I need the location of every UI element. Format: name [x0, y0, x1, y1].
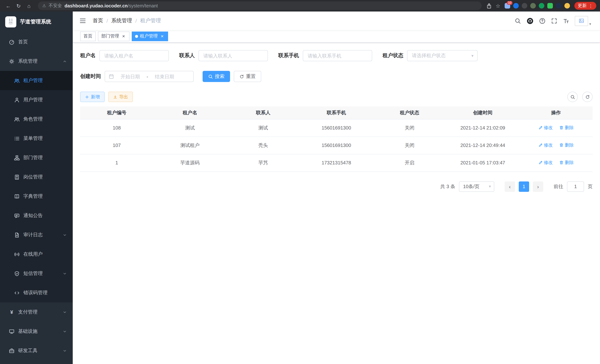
sidebar-item-sms[interactable]: 短信管理: [0, 264, 73, 283]
sidebar-item-label: 短信管理: [23, 270, 43, 277]
browser-update-button[interactable]: 更新 ⋮: [574, 2, 596, 10]
sidebar-item-label: 首页: [18, 38, 28, 45]
status-select-placeholder: 请选择租户状态: [412, 52, 446, 59]
delete-link[interactable]: 删除: [559, 125, 574, 131]
sidebar-item-error-code[interactable]: 错误码管理: [0, 283, 73, 302]
status-select[interactable]: 请选择租户状态 ▾: [407, 50, 478, 61]
extension-icon-6[interactable]: [547, 3, 553, 9]
edit-link[interactable]: 修改: [538, 159, 553, 166]
user-avatar[interactable]: ▾: [575, 16, 591, 26]
hamburger-icon[interactable]: [78, 16, 88, 26]
url-text: dashboard.yudao.iocoder.cn/system/tenant: [65, 3, 158, 8]
tab-label: 租户管理: [140, 33, 158, 39]
table-row: 107 测试租户 秃头 15601691300 关闭 2021-12-14 20…: [80, 137, 593, 154]
sidebar-item-role[interactable]: 角色管理: [0, 110, 73, 129]
search-button[interactable]: 搜索: [203, 71, 230, 82]
sidebar-item-dept[interactable]: 部门管理: [0, 148, 73, 167]
tab-label: 首页: [84, 33, 92, 39]
sidebar-item-notice[interactable]: 通知公告: [0, 206, 73, 225]
dashboard-icon: [9, 39, 14, 45]
sidebar-item-pay[interactable]: ¥ 支付管理: [0, 302, 73, 322]
edit-label: 修改: [544, 159, 553, 166]
page-1-button[interactable]: 1: [519, 181, 529, 192]
export-button[interactable]: 导出: [108, 92, 133, 102]
delete-link[interactable]: 删除: [559, 159, 574, 166]
tab-tenant[interactable]: 租户管理 ×: [132, 31, 168, 41]
prev-page-button[interactable]: ‹: [505, 181, 515, 192]
browser-back-button[interactable]: ←: [4, 1, 13, 10]
table-header-row: 租户编号 租户名 联系人 联系手机 租户状态 创建时间 操作: [80, 106, 593, 119]
reset-button[interactable]: 重置: [234, 71, 261, 82]
sidebar-item-dict[interactable]: 字典管理: [0, 187, 73, 206]
extension-icon-1[interactable]: 10: [505, 3, 510, 9]
status-cell: 关闭: [373, 119, 446, 137]
sidebar-item-online-user[interactable]: 在线用户: [0, 244, 73, 264]
start-date-input[interactable]: [116, 74, 144, 79]
sidebar-item-label: 角色管理: [23, 116, 43, 122]
breadcrumb-system[interactable]: 系统管理: [111, 18, 132, 24]
menu-list-icon: [14, 136, 20, 141]
sidebar-item-label: 菜单管理: [23, 135, 43, 142]
close-icon[interactable]: ×: [159, 34, 165, 39]
extension-icon-4[interactable]: [530, 3, 536, 9]
page-jump-input[interactable]: [567, 181, 584, 192]
delete-label: 删除: [565, 125, 574, 131]
table-row: 108 测试 测试 15601691300 关闭 2021-12-14 21:0…: [80, 119, 593, 137]
extension-icon-5[interactable]: [539, 3, 544, 9]
actions-cell: 修改 删除: [519, 137, 593, 154]
browser-home-button[interactable]: ⌂: [25, 1, 33, 10]
browser-refresh-button[interactable]: ↻: [14, 1, 23, 10]
sidebar-item-post[interactable]: 岗位管理: [0, 167, 73, 187]
font-size-icon[interactable]: [563, 18, 569, 24]
contact-input[interactable]: [198, 50, 268, 61]
edit-link[interactable]: 修改: [538, 125, 553, 131]
end-date-input[interactable]: [150, 74, 179, 79]
tenant-name-input[interactable]: [99, 50, 169, 61]
header-tenant-name: 租户名: [153, 106, 227, 119]
sidebar: 芋道管理系统 首页 系统管理 租户管理 用户管理 角色管理: [0, 11, 73, 364]
add-button-label: 新增: [91, 94, 100, 100]
logo[interactable]: 芋道管理系统: [0, 11, 73, 32]
share-icon[interactable]: [486, 3, 492, 9]
fullscreen-icon[interactable]: [551, 18, 557, 24]
add-button[interactable]: 新增: [80, 92, 105, 102]
delete-link[interactable]: 删除: [559, 142, 574, 149]
edit-link[interactable]: 修改: [538, 142, 553, 149]
sidebar-item-infra[interactable]: 基础设施: [0, 322, 73, 341]
extension-icon-7[interactable]: [556, 3, 562, 9]
address-bar[interactable]: ⚠ 不安全 dashboard.yudao.iocoder.cn/system/…: [38, 1, 482, 10]
profile-avatar-icon[interactable]: [564, 3, 570, 9]
sidebar-item-home[interactable]: 首页: [0, 32, 73, 52]
tab-home[interactable]: 首页: [80, 31, 96, 41]
sidebar-item-tenant[interactable]: 租户管理: [0, 71, 73, 90]
mobile-input[interactable]: [303, 50, 372, 61]
toggle-search-button[interactable]: [567, 92, 578, 102]
sidebar-item-user[interactable]: 用户管理: [0, 90, 73, 110]
bookmark-star-icon[interactable]: ☆: [494, 1, 502, 10]
sidebar-item-system[interactable]: 系统管理: [0, 52, 73, 71]
extension-icon-3[interactable]: [522, 3, 527, 9]
sidebar-item-label: 部门管理: [23, 154, 43, 161]
actions-cell: 修改 删除: [519, 154, 593, 171]
date-range-picker[interactable]: -: [105, 71, 194, 82]
sidebar-item-dev-tools[interactable]: 研发工具: [0, 341, 73, 360]
breadcrumb-home[interactable]: 首页: [93, 18, 103, 24]
close-icon[interactable]: ×: [121, 34, 126, 39]
next-page-button[interactable]: ›: [533, 181, 543, 192]
export-button-label: 导出: [119, 94, 128, 100]
github-icon[interactable]: [526, 17, 534, 24]
page-size-select[interactable]: 10条/页 ▾: [459, 181, 494, 192]
tab-dept[interactable]: 部门管理 ×: [98, 31, 130, 41]
header-search-icon[interactable]: [515, 18, 521, 24]
breadcrumb: 首页 / 系统管理 / 租户管理: [93, 18, 161, 24]
sidebar-item-audit-log[interactable]: 审计日志: [0, 225, 73, 244]
refresh-table-button[interactable]: [582, 92, 593, 102]
sidebar-item-menu[interactable]: 菜单管理: [0, 129, 73, 148]
extension-icon-2[interactable]: [513, 3, 519, 9]
refresh-icon: [239, 74, 244, 79]
help-icon[interactable]: [539, 18, 545, 24]
devtools-briefcase-icon: [9, 348, 14, 354]
chevron-down-icon: ▾: [471, 53, 473, 58]
header-tenant-id: 租户编号: [80, 106, 153, 119]
browser-menu-icon[interactable]: ⋮: [589, 3, 593, 8]
